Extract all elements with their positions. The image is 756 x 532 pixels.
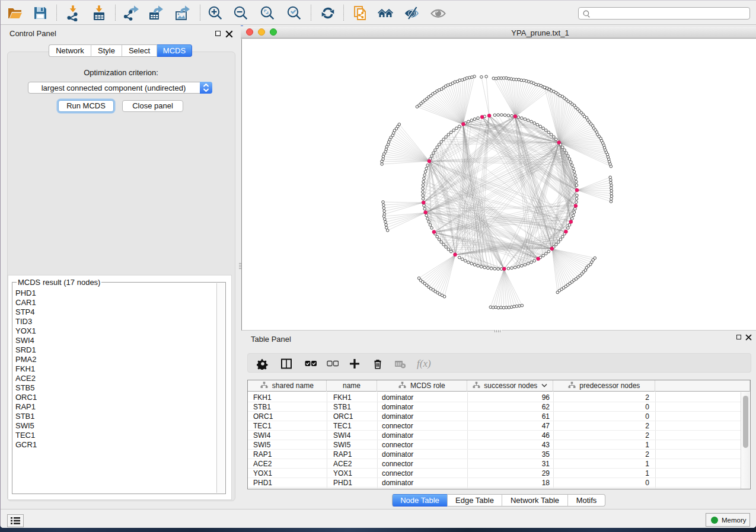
svg-text:f(x): f(x) <box>417 358 431 369</box>
